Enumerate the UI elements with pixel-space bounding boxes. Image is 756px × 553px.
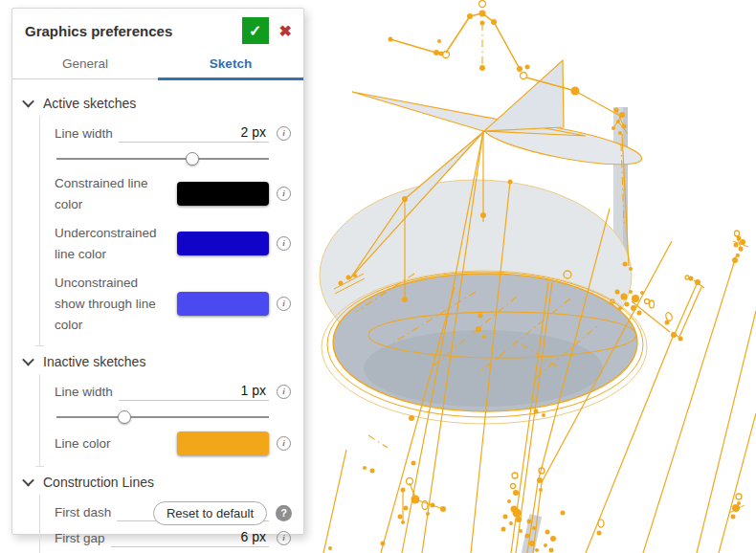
- chevron-down-icon: [22, 475, 34, 487]
- section-construction-lines[interactable]: Construction Lines: [24, 470, 291, 494]
- dialog-title: Graphics preferences: [25, 23, 242, 39]
- section-heading: Construction Lines: [43, 475, 154, 490]
- section-inactive-sketches[interactable]: Inactive sketches: [24, 349, 291, 373]
- info-icon[interactable]: i: [277, 531, 291, 545]
- line-width-slider[interactable]: [56, 158, 269, 160]
- field-label: Line color: [55, 433, 177, 454]
- close-icon: ✖: [279, 23, 292, 39]
- field-label: Unconstrained show through line color: [55, 273, 177, 335]
- graphics-preferences-dialog: Graphics preferences ✓ ✖ General Sketch …: [11, 8, 304, 535]
- field-label: Underconstrained line color: [55, 223, 177, 264]
- inactive-sketches-content: Line width 1 px i Line color i: [39, 374, 291, 467]
- section-heading: Active sketches: [43, 96, 136, 111]
- tab-bar: General Sketch: [12, 51, 303, 79]
- tab-general[interactable]: General: [12, 51, 158, 78]
- slider-handle[interactable]: [186, 152, 199, 166]
- field-label: First dash: [55, 505, 111, 521]
- underconstrained-color-row: Underconstrained line color i: [55, 223, 291, 264]
- section-heading: Inactive sketches: [43, 354, 145, 369]
- info-icon[interactable]: i: [277, 297, 291, 311]
- dialog-header: Graphics preferences ✓ ✖: [12, 9, 303, 51]
- info-icon[interactable]: i: [277, 126, 291, 141]
- slider-handle[interactable]: [118, 410, 131, 424]
- field-label: Line width: [55, 385, 113, 401]
- line-width-input[interactable]: 2 px: [119, 124, 269, 143]
- field-label: Constrained line color: [55, 173, 177, 214]
- first-gap-input[interactable]: 6 px: [111, 529, 269, 547]
- line-color-swatch[interactable]: [177, 431, 269, 455]
- info-icon[interactable]: i: [277, 236, 291, 251]
- line-color-row: Line color i: [55, 431, 291, 455]
- tab-sketch[interactable]: Sketch: [158, 51, 303, 80]
- info-icon[interactable]: i: [277, 385, 291, 399]
- help-icon[interactable]: ?: [276, 505, 292, 521]
- active-sketches-content: Line width 2 px i Constrained line color…: [39, 116, 291, 346]
- field-label: Line width: [55, 126, 113, 143]
- reset-to-default-button[interactable]: Reset to default: [153, 501, 267, 525]
- check-icon: ✓: [249, 22, 261, 40]
- line-width-row: Line width 1 px i: [55, 383, 291, 401]
- underconstrained-color-swatch[interactable]: [177, 232, 269, 255]
- chevron-down-icon: [22, 96, 34, 108]
- section-active-sketches[interactable]: Active sketches: [24, 91, 291, 115]
- line-width-row: Line width 2 px i: [55, 124, 291, 143]
- constrained-color-row: Constrained line color i: [55, 173, 291, 214]
- line-width-slider[interactable]: [56, 416, 269, 418]
- info-icon[interactable]: i: [277, 187, 291, 201]
- line-width-input[interactable]: 1 px: [119, 383, 269, 401]
- chevron-down-icon: [22, 354, 34, 366]
- info-icon[interactable]: i: [277, 436, 291, 451]
- close-button[interactable]: ✖: [278, 20, 294, 42]
- unconstrained-color-swatch[interactable]: [177, 292, 269, 316]
- confirm-button[interactable]: ✓: [242, 17, 269, 44]
- field-label: First gap: [55, 531, 105, 547]
- dialog-body: Active sketches Line width 2 px i Constr…: [12, 79, 303, 553]
- unconstrained-color-row: Unconstrained show through line color i: [55, 273, 291, 335]
- first-gap-row: First gap 6 px i: [55, 529, 291, 547]
- constrained-color-swatch[interactable]: [177, 182, 269, 206]
- dialog-footer: Reset to default ?: [153, 501, 292, 525]
